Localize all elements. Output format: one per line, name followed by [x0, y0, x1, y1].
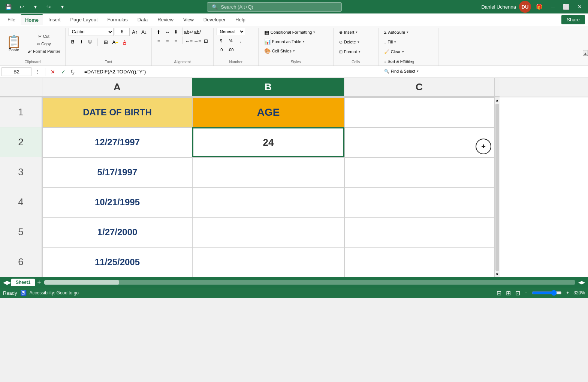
decrease-font-size-button[interactable]: A↓ [140, 28, 148, 36]
cell-b4[interactable] [192, 187, 344, 217]
tab-developer[interactable]: Developer [199, 15, 230, 25]
cell-styles-button[interactable]: 🎨 Cell Styles ▾ [262, 46, 330, 55]
search-bar[interactable]: 🔍 [207, 2, 342, 12]
borders-button[interactable]: ⊞ [102, 38, 110, 46]
decrease-indent-button[interactable]: ←≡ [185, 37, 193, 45]
sheet-tab-sheet1[interactable]: Sheet1 [11, 279, 35, 286]
zoom-minus-button[interactable]: − [525, 290, 527, 295]
h-scroll-left[interactable]: ◀ [578, 280, 582, 285]
cell-c6[interactable] [344, 247, 494, 277]
font-color-button[interactable]: A [120, 38, 129, 46]
cut-button[interactable]: ✂ Cut [25, 33, 62, 40]
increase-indent-button[interactable]: →≡ [193, 37, 202, 45]
cell-a1[interactable]: DATE OF BIRTH [42, 97, 192, 127]
row-num-4[interactable]: 4 [0, 187, 42, 217]
undo-dropdown[interactable]: ▾ [30, 1, 40, 12]
cell-c3[interactable] [344, 157, 494, 187]
align-left-button[interactable]: ≡ [155, 37, 163, 45]
italic-button[interactable]: I [78, 38, 84, 46]
ribbon-collapse-button[interactable]: ▲ [583, 51, 588, 56]
decrease-decimal-button[interactable]: .0 [217, 46, 226, 54]
cell-a5[interactable]: 1/27/2000 [42, 217, 192, 247]
orientation-button[interactable]: ab/ [193, 28, 202, 36]
scroll-down-button[interactable]: ▼ [495, 272, 500, 277]
currency-button[interactable]: $ [217, 37, 226, 45]
save-button[interactable]: 💾 [3, 1, 13, 12]
row-num-2[interactable]: 2 [0, 127, 42, 157]
tab-view[interactable]: View [179, 15, 198, 25]
zoom-plus-button[interactable]: + [566, 290, 569, 295]
page-layout-view-button[interactable]: ⊞ [506, 289, 511, 297]
minimize-button[interactable]: ─ [548, 1, 558, 12]
tab-page-layout[interactable]: Page Layout [66, 15, 102, 25]
cell-b3[interactable] [192, 157, 344, 187]
underline-button[interactable]: U [86, 38, 94, 46]
align-middle-button[interactable]: ↔ [163, 28, 172, 36]
tab-file[interactable]: File [3, 15, 20, 25]
cell-b1[interactable]: AGE [192, 97, 344, 127]
scroll-up-button[interactable]: ▲ [495, 97, 500, 103]
bold-button[interactable]: B [69, 38, 77, 46]
delete-cells-button[interactable]: ⊖ Delete ▾ [337, 37, 362, 46]
font-name-select[interactable]: Calibri [69, 28, 114, 36]
cancel-formula-button[interactable]: ✕ [48, 67, 57, 76]
restore-button[interactable]: ⬜ [561, 1, 572, 12]
fill-button[interactable]: ↓ Fill ▾ [382, 37, 399, 46]
align-center-button[interactable]: ≡ [163, 37, 172, 45]
percent-button[interactable]: % [226, 37, 235, 45]
tab-review[interactable]: Review [153, 15, 178, 25]
share-button[interactable]: Share [561, 15, 585, 24]
cell-a3[interactable]: 5/17/1997 [42, 157, 192, 187]
copy-button[interactable]: ⧉ Copy [25, 40, 62, 48]
autosum-button[interactable]: Σ AutoSum ▾ [382, 28, 411, 37]
row-num-1[interactable]: 1 [0, 97, 42, 127]
format-cells-button[interactable]: ⊞ Format ▾ [337, 47, 363, 56]
fill-color-button[interactable]: A▬ [111, 38, 119, 46]
align-bottom-button[interactable]: ⬇ [172, 28, 180, 36]
search-input[interactable] [221, 4, 337, 10]
formula-bar-menu[interactable]: ⋮ [33, 67, 42, 76]
cell-b5[interactable] [192, 217, 344, 247]
horizontal-scrollbar[interactable] [44, 280, 575, 285]
cell-c5[interactable] [344, 217, 494, 247]
normal-view-button[interactable]: ⊟ [497, 289, 501, 297]
page-break-view-button[interactable]: ⊡ [515, 289, 520, 297]
clear-button[interactable]: 🧹 Clear ▾ [382, 47, 407, 56]
tab-data[interactable]: Data [133, 15, 152, 25]
vertical-scrollbar[interactable]: ▲ ▼ [494, 97, 500, 277]
cell-c2[interactable] [344, 127, 494, 157]
redo-button[interactable]: ↪ [43, 1, 54, 12]
tab-help[interactable]: Help [231, 15, 250, 25]
cell-a6[interactable]: 11/25/2005 [42, 247, 192, 277]
paste-button[interactable]: 📋 Paste [3, 34, 25, 53]
col-header-b[interactable]: B [192, 78, 344, 97]
cell-b2[interactable]: 24 [192, 127, 344, 157]
align-top-button[interactable]: ⬆ [155, 28, 163, 36]
close-button[interactable]: ✕ [575, 1, 585, 12]
row-num-5[interactable]: 5 [0, 217, 42, 247]
confirm-formula-button[interactable]: ✓ [59, 67, 68, 76]
add-sheet-button[interactable]: + [37, 279, 41, 286]
conditional-formatting-button[interactable]: ▦ Conditional Formatting ▾ [262, 28, 330, 37]
cell-a2[interactable]: 12/27/1997 [42, 127, 192, 157]
row-num-6[interactable]: 6 [0, 247, 42, 277]
wrap-text-button[interactable]: ab↵ [185, 28, 193, 36]
comma-button[interactable]: , [236, 37, 245, 45]
row-num-3[interactable]: 3 [0, 157, 42, 187]
font-size-input[interactable] [115, 28, 130, 36]
cell-c1[interactable] [344, 97, 494, 127]
merge-center-button[interactable]: ⊡ [202, 37, 210, 45]
prev-sheet-button[interactable]: ◀ [3, 279, 7, 285]
h-scroll-right[interactable]: ▶ [582, 280, 585, 285]
zoom-slider[interactable] [532, 290, 562, 296]
find-select-button[interactable]: 🔍 Find & Select ▾ [382, 67, 421, 76]
col-header-c[interactable]: C [344, 78, 494, 97]
cell-reference-input[interactable] [1, 67, 31, 76]
ribbon-display-btn[interactable]: 🎁 [534, 1, 545, 12]
tab-insert[interactable]: Insert [44, 15, 65, 25]
number-format-select[interactable]: General [217, 28, 245, 35]
align-right-button[interactable]: ≡ [172, 37, 180, 45]
tab-formulas[interactable]: Formulas [103, 15, 132, 25]
h-scrollbar-thumb[interactable] [44, 280, 119, 285]
scrollbar-thumb[interactable] [495, 104, 499, 271]
